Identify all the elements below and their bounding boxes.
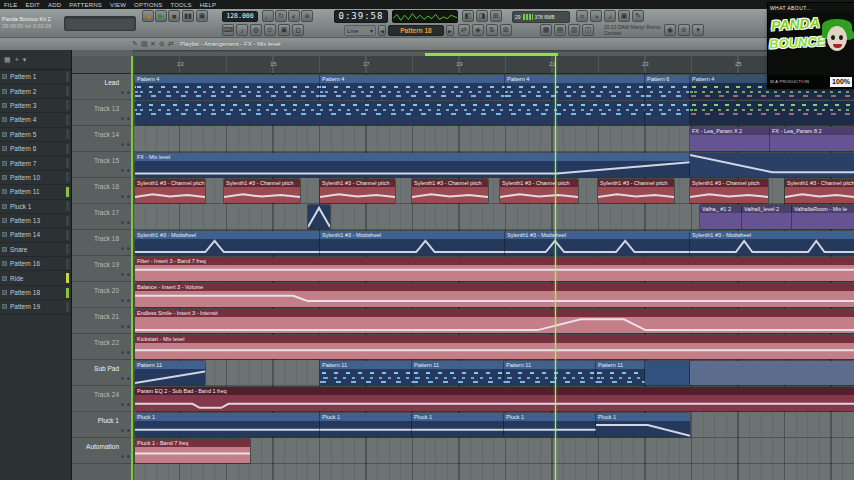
track-lane[interactable]: Pattern 4Pattern 4Pattern 4Pattern 6Patt… xyxy=(133,74,854,100)
playlist-clip[interactable] xyxy=(645,361,690,385)
playlist-clip[interactable]: Sylenth1 #3 - Modwheel xyxy=(320,231,505,255)
playlist-clip[interactable]: Sylenth1 #3 - Modwheel xyxy=(690,231,854,255)
track-header[interactable]: Track 22 xyxy=(72,334,133,360)
playlist-clip[interactable]: Sylenth1 #3 - Channel pitch xyxy=(598,179,674,203)
playlist-clip[interactable]: Filter - Insert 3 - Band 7 freq xyxy=(135,257,854,281)
pattern-list-item[interactable]: Pluck 1 xyxy=(0,200,71,214)
track-header[interactable]: Track 17 xyxy=(72,204,133,230)
pattern-list-item[interactable]: Pattern 3 xyxy=(0,99,71,113)
playlist-clip[interactable]: Param EQ 2 - Sub Bad - Band 1 freq xyxy=(135,387,854,411)
playlist-clip[interactable]: FX - Lea_Param X 2 xyxy=(690,127,770,151)
slide-icon[interactable]: ⇄ xyxy=(458,24,470,36)
typing-keyboard-icon[interactable]: ⌨ xyxy=(222,24,234,36)
playlist-clip[interactable]: Pluck 1 xyxy=(504,413,596,437)
playlist-clip[interactable]: FX - Lea_Param 8 2 xyxy=(770,127,854,151)
pattern-list-item[interactable]: Pattern 1 xyxy=(0,70,71,84)
pattern-list-item[interactable]: Pattern 2 xyxy=(0,84,71,98)
track-header[interactable]: Pluck 1 xyxy=(72,412,133,438)
delete-tool-icon[interactable]: ✕ xyxy=(150,40,156,48)
step-edit-icon[interactable]: ▣ xyxy=(278,24,290,36)
menu-item-options[interactable]: OPTIONS xyxy=(134,2,162,8)
menu-item-help[interactable]: HELP xyxy=(200,2,216,8)
track-header[interactable]: Track 20 xyxy=(72,282,133,308)
pattern-list-item[interactable]: Pattern 6 xyxy=(0,142,71,156)
track-lane[interactable]: Filter - Insert 3 - Band 7 freq xyxy=(133,256,854,282)
playlist-clip[interactable]: Sylenth1 #3 - Channel pitch xyxy=(412,179,488,203)
playlist-clip[interactable]: Balance - Insert 3 - Volume xyxy=(135,283,854,307)
playlist-clip[interactable] xyxy=(308,205,330,229)
playlist-clip[interactable]: Pattern 4 xyxy=(320,75,505,99)
track-lane[interactable] xyxy=(133,100,854,126)
playlist-clip[interactable]: Pattern 11 xyxy=(412,361,504,385)
track-lane[interactable]: Sylenth1 #3 - ModwheelSylenth1 #3 - Modw… xyxy=(133,230,854,256)
add-icon[interactable]: ⊞ xyxy=(500,24,512,36)
pattern-next-button[interactable]: ▶ xyxy=(446,25,454,36)
playlist-clip[interactable]: Pluck 1 xyxy=(412,413,504,437)
piano-roll-window-icon[interactable]: ▤ xyxy=(554,24,566,36)
playhead[interactable] xyxy=(555,56,556,480)
menu-item-tools[interactable]: TOOLS xyxy=(171,2,192,8)
playlist-clip[interactable]: Pluck 1 xyxy=(135,413,320,437)
pattern-selector[interactable]: Pattern 18 xyxy=(388,25,444,36)
playlist-clip[interactable]: Pluck 1 xyxy=(596,413,690,437)
playlist-clip[interactable]: Sylenth1 #3 - Modwheel xyxy=(505,231,690,255)
playlist-clip[interactable]: Pattern 11 xyxy=(135,361,205,385)
playlist-clip[interactable]: Valhall_level 2 xyxy=(742,205,792,229)
playlist-clip[interactable]: Pluck 1 - Band 7 freq xyxy=(135,439,250,463)
playlist-clip[interactable]: Sylenth1 #3 - Channel pitch xyxy=(224,179,300,203)
pattern-list-item[interactable]: Ride xyxy=(0,271,71,285)
playlist-clip[interactable]: Valha_ #1 2 xyxy=(700,205,742,229)
pattern-prev-button[interactable]: ◀ xyxy=(378,25,386,36)
half-circle-icon[interactable]: ◑ xyxy=(590,10,602,22)
playlist-clip[interactable]: Sylenth1 #3 - Channel pitch xyxy=(690,179,768,203)
playlist-clip[interactable]: Sylenth1 #3 - Channel pitch xyxy=(500,179,578,203)
track-lane[interactable]: FX - Lea_Param X 2FX - Lea_Param 8 2 xyxy=(133,126,854,152)
playlist-clip[interactable]: Pattern 6 xyxy=(645,75,690,99)
multilink-icon[interactable]: ◍ xyxy=(250,24,262,36)
edit-icon[interactable]: ✎ xyxy=(632,10,644,22)
playlist-clip[interactable]: ValhallaRoom - Mix le xyxy=(792,205,854,229)
playlist-clip[interactable]: Pattern 4 xyxy=(135,75,320,99)
playlist-clip[interactable]: Sylenth1 #3 - Modwheel xyxy=(135,231,320,255)
draw-tool-icon[interactable]: ✎ xyxy=(132,40,138,48)
playlist-clip[interactable]: Pattern 4 xyxy=(505,75,645,99)
playlist-window-icon[interactable]: ▦ xyxy=(540,24,552,36)
track-lane[interactable]: Pluck 1 - Band 7 freq xyxy=(133,438,854,464)
midi-note-icon[interactable]: ♪ xyxy=(236,24,248,36)
track-header[interactable]: Track 18 xyxy=(72,230,133,256)
playlist-clip[interactable] xyxy=(135,101,645,125)
pattern-list-item[interactable]: Pattern 14 xyxy=(0,228,71,242)
pattern-list-item[interactable]: Pattern 11 xyxy=(0,185,71,199)
swing-icon[interactable]: ◨ xyxy=(476,10,488,22)
line-tool-selector[interactable]: Line ▾ xyxy=(344,25,376,36)
midi-icon[interactable]: ♪ xyxy=(604,10,616,22)
track-header[interactable]: Track 19 xyxy=(72,256,133,282)
timeline-ruler[interactable]: 1315171921232527 xyxy=(133,56,854,74)
pattern-list-icon[interactable]: ▦ xyxy=(4,56,11,64)
track-header[interactable]: Track 14 xyxy=(72,126,133,152)
track-header[interactable]: Track 16 xyxy=(72,178,133,204)
time-display[interactable]: 0:39:58 xyxy=(334,10,388,23)
track-header[interactable]: Track 13 xyxy=(72,100,133,126)
playlist-clip[interactable]: Endless Smile - Insert 3 - Intensit xyxy=(135,309,854,333)
grid-icon[interactable]: ⊞ xyxy=(490,10,502,22)
plugin-icon[interactable]: ▣ xyxy=(618,10,630,22)
track-lane[interactable]: Kickstart - Mix level xyxy=(133,334,854,360)
playlist-clip[interactable]: Pattern 11 xyxy=(320,361,412,385)
target-icon[interactable]: ◉ xyxy=(664,24,676,36)
track-header[interactable]: Sub Pad xyxy=(72,360,133,386)
track-header[interactable]: Track 15 xyxy=(72,152,133,178)
track-lane[interactable]: Pluck 1Pluck 1Pluck 1Pluck 1Pluck 1 xyxy=(133,412,854,438)
dropdown-icon[interactable]: ▾ xyxy=(692,24,704,36)
track-header[interactable]: Lead xyxy=(72,74,133,100)
pattern-mode-icon[interactable]: ▣ xyxy=(196,10,208,22)
playlist-clip[interactable] xyxy=(690,101,854,125)
pattern-list-item[interactable]: Pattern 18 xyxy=(0,286,71,300)
menu-item-patterns[interactable]: PATTERNS xyxy=(69,2,102,8)
mixer-window-icon[interactable]: ▥ xyxy=(568,24,580,36)
menu-item-edit[interactable]: EDIT xyxy=(25,2,39,8)
playlist-clip[interactable]: Pattern 11 xyxy=(596,361,645,385)
pattern-add-icon[interactable]: + xyxy=(15,56,19,63)
track-lane[interactable]: FX - Mix level xyxy=(133,152,854,178)
playlist-clip[interactable]: Pluck 1 xyxy=(320,413,412,437)
